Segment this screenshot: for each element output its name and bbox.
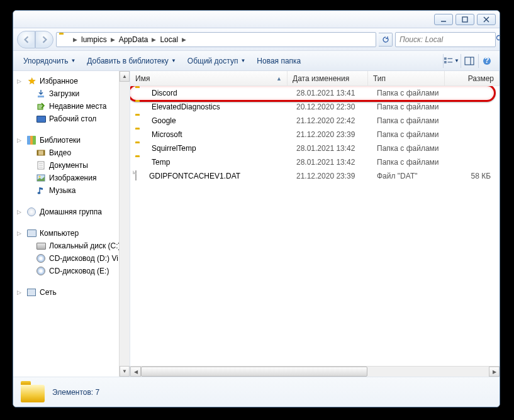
preview-pane-button[interactable] [461, 54, 477, 68]
svg-rect-10 [465, 57, 474, 65]
homegroup-icon [26, 207, 36, 217]
column-name[interactable]: Имя▲ [130, 71, 288, 86]
file-row[interactable]: Microsoft21.12.2020 23:39Папка с файлами [130, 128, 500, 141]
sidebar-item-videos[interactable]: Видео [13, 146, 130, 159]
folder-icon [135, 157, 145, 167]
maximize-button[interactable] [455, 14, 474, 25]
sidebar-libraries[interactable]: ▷Библиотеки [13, 134, 130, 146]
chevron-right-icon[interactable]: ▶ [72, 36, 79, 43]
add-to-library-button[interactable]: Добавить в библиотеку▼ [82, 54, 181, 68]
file-icon [135, 171, 145, 181]
view-options-button[interactable]: ▼ [443, 54, 459, 68]
new-folder-button[interactable]: Новая папка [252, 54, 306, 68]
scroll-right-button[interactable]: ▶ [489, 367, 500, 377]
back-button[interactable] [17, 31, 35, 48]
file-date: 28.01.2021 13:41 [291, 89, 372, 97]
address-bar[interactable]: ▶ lumpics ▶ AppData ▶ Local ▶ [56, 32, 376, 47]
chevron-down-icon: ▼ [70, 58, 75, 64]
svg-point-25 [38, 192, 41, 194]
sidebar-network[interactable]: ▷Сеть [13, 286, 130, 299]
sidebar-favorites[interactable]: ▷★Избранное [13, 75, 130, 87]
folder-icon [135, 116, 145, 126]
close-button[interactable] [477, 14, 496, 25]
chevron-down-icon: ▼ [454, 58, 459, 64]
explorer-window: ▶ lumpics ▶ AppData ▶ Local ▶ Упорядочит… [13, 10, 500, 407]
horizontal-scrollbar[interactable]: ◀ ▶ [130, 366, 500, 377]
chevron-right-icon[interactable]: ▶ [109, 36, 116, 43]
svg-point-4 [497, 35, 501, 40]
file-date: 20.12.2020 22:30 [291, 102, 372, 111]
svg-rect-14 [38, 96, 44, 97]
refresh-button[interactable] [379, 33, 393, 47]
file-date: 28.01.2021 13:42 [291, 144, 372, 153]
drive-icon [36, 241, 46, 251]
svg-rect-6 [444, 57, 447, 60]
file-name: Discord [152, 89, 177, 97]
breadcrumb-item[interactable]: Local [157, 35, 181, 44]
search-input[interactable] [398, 35, 496, 45]
file-rows: Discord28.01.2021 13:41Папка с файламиEl… [130, 86, 500, 366]
svg-rect-1 [462, 17, 467, 22]
file-date: 21.12.2020 22:42 [291, 116, 372, 125]
sidebar-computer[interactable]: ▷Компьютер [13, 227, 130, 240]
file-name: SquirrelTemp [152, 144, 196, 153]
column-type[interactable]: Тип [368, 71, 445, 86]
sidebar-item-recent[interactable]: Недавние места [13, 100, 130, 113]
scroll-down-button[interactable]: ▼ [120, 366, 130, 377]
column-date[interactable]: Дата изменения [288, 71, 368, 86]
share-button[interactable]: Общий доступ▼ [182, 54, 251, 68]
file-row[interactable]: SquirrelTemp28.01.2021 13:42Папка с файл… [130, 141, 500, 155]
folder-icon [135, 88, 145, 98]
folder-icon [135, 130, 145, 140]
sidebar-scrollbar[interactable]: ▲ ▼ [119, 71, 130, 377]
file-row[interactable]: ElevatedDiagnostics20.12.2020 22:30Папка… [130, 100, 500, 114]
sidebar-item-music[interactable]: Музыка [13, 184, 130, 197]
scroll-left-button[interactable]: ◀ [130, 367, 141, 377]
file-type: Папка с файлами [372, 158, 449, 167]
file-type: Папка с файлами [372, 144, 449, 153]
chevron-right-icon[interactable]: ▶ [181, 36, 187, 43]
sidebar-item-desktop[interactable]: Рабочий стол [13, 113, 130, 125]
svg-rect-18 [43, 150, 45, 155]
folder-icon [135, 102, 145, 112]
navigation-bar: ▶ lumpics ▶ AppData ▶ Local ▶ [13, 28, 500, 51]
sidebar-item-downloads[interactable]: Загрузки [13, 87, 130, 100]
svg-rect-15 [38, 104, 43, 109]
search-box[interactable] [395, 32, 496, 47]
file-type: Папка с файлами [372, 102, 449, 111]
svg-point-24 [39, 176, 41, 178]
file-name: GDIPFONTCACHEV1.DAT [149, 172, 240, 180]
file-name: ElevatedDiagnostics [152, 102, 220, 111]
recent-icon [36, 101, 46, 111]
minimize-button[interactable] [434, 14, 453, 25]
forward-button[interactable] [35, 31, 53, 48]
pictures-icon [36, 173, 46, 183]
folder-icon [135, 143, 145, 153]
file-type: Файл "DAT" [372, 172, 449, 180]
sidebar-item-pictures[interactable]: Изображения [13, 172, 130, 184]
scroll-thumb[interactable] [141, 367, 367, 377]
sidebar-item-drive-e[interactable]: CD-дисковод (E:) [13, 265, 130, 277]
file-type: Папка с файлами [372, 116, 449, 125]
chevron-right-icon[interactable]: ▶ [150, 36, 157, 43]
file-row[interactable]: Temp28.01.2021 13:42Папка с файлами [130, 155, 500, 169]
help-button[interactable]: ? [478, 54, 494, 68]
file-row[interactable]: GDIPFONTCACHEV1.DAT21.12.2020 23:39Файл … [130, 169, 500, 183]
document-icon [36, 160, 46, 170]
svg-rect-7 [444, 61, 447, 64]
expand-icon: ▷ [17, 230, 23, 236]
breadcrumb-item[interactable]: AppData [116, 35, 151, 44]
sidebar-item-drive-c[interactable]: Локальный диск (C:) [13, 240, 130, 252]
file-row[interactable]: Discord28.01.2021 13:41Папка с файлами [130, 86, 500, 100]
sidebar-homegroup[interactable]: ▷Домашняя группа [13, 206, 130, 218]
scroll-up-button[interactable]: ▲ [120, 71, 130, 82]
expand-icon: ▷ [17, 137, 23, 143]
video-icon [36, 148, 46, 158]
column-size[interactable]: Размер [445, 71, 500, 86]
file-row[interactable]: Google21.12.2020 22:42Папка с файлами [130, 114, 500, 128]
sort-asc-icon: ▲ [276, 75, 282, 82]
sidebar-item-drive-d[interactable]: CD-дисковод (D:) Vi [13, 252, 130, 265]
breadcrumb-item[interactable]: lumpics [79, 35, 109, 44]
organize-button[interactable]: Упорядочить▼ [18, 54, 81, 68]
sidebar-item-documents[interactable]: Документы [13, 159, 130, 172]
